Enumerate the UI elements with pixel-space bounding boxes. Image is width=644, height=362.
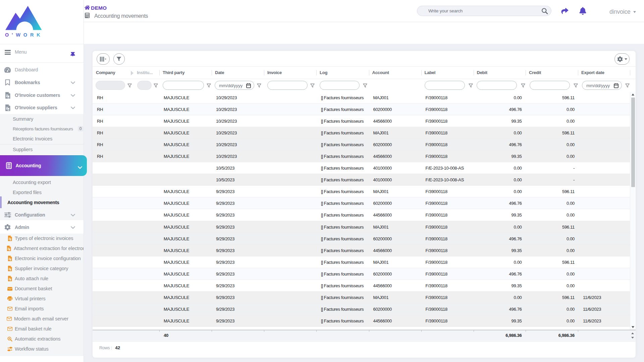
svg-text:O'WORK: O'WORK xyxy=(5,32,43,38)
